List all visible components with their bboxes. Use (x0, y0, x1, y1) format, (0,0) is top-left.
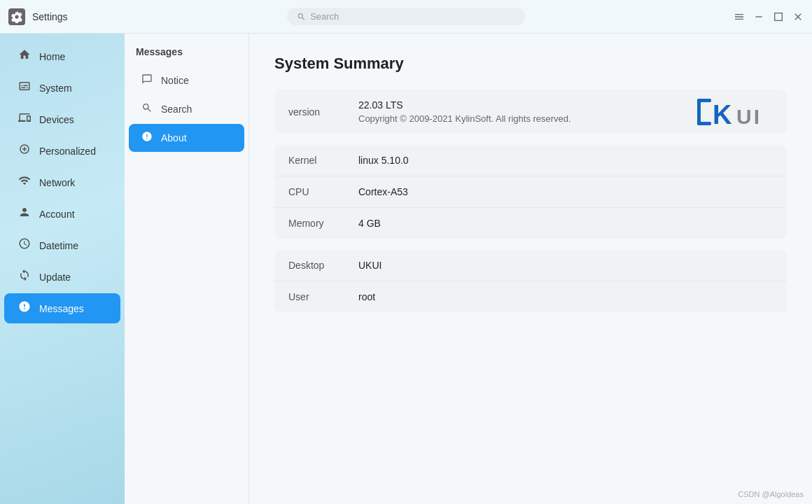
search-icon (297, 12, 306, 22)
user-row: User root (274, 281, 787, 312)
sidebar-item-system[interactable]: System (4, 73, 120, 103)
sidebar-label-personalized: Personalized (39, 146, 96, 157)
titlebar-search (287, 8, 525, 25)
svg-rect-1 (697, 99, 711, 102)
sub-sidebar-header: Messages (125, 41, 248, 66)
sub-sidebar-item-notice[interactable]: Notice (129, 66, 244, 94)
network-icon (17, 174, 32, 190)
menu-button[interactable] (734, 11, 745, 22)
version-row: version 22.03 LTS Copyright © 2009-2021 … (274, 90, 787, 134)
system-info-card: Kernel linux 5.10.0 CPU Cortex-A53 Memor… (274, 145, 787, 239)
sub-sidebar-label-search: Search (161, 104, 192, 115)
page-title: System Summary (274, 55, 787, 73)
sidebar-item-devices[interactable]: Devices (4, 104, 120, 134)
svg-rect-0 (697, 99, 701, 125)
close-button[interactable] (792, 11, 804, 22)
notice-icon (140, 74, 154, 88)
home-icon (17, 48, 32, 64)
messages-icon (17, 300, 32, 316)
settings-app-icon (8, 8, 25, 25)
cpu-row: CPU Cortex-A53 (274, 176, 787, 208)
maximize-button[interactable] (773, 11, 784, 22)
user-value: root (358, 291, 773, 302)
sub-sidebar-item-about[interactable]: About (129, 124, 244, 152)
sidebar: Home System Devices Personalized Network (0, 34, 125, 504)
sidebar-item-datetime[interactable]: Datetime (4, 230, 120, 260)
sidebar-item-network[interactable]: Network (4, 167, 120, 197)
desktop-info-card: Desktop UKUI User root (274, 250, 787, 312)
sidebar-item-update[interactable]: Update (4, 262, 120, 292)
titlebar-title: Settings (32, 11, 68, 22)
svg-text:UI: UI (736, 105, 762, 128)
system-icon (17, 80, 32, 96)
sidebar-label-system: System (39, 83, 72, 94)
cpu-label: CPU (288, 186, 358, 197)
svg-rect-2 (697, 122, 711, 125)
user-label: User (288, 291, 358, 302)
desktop-label: Desktop (288, 260, 358, 271)
sidebar-label-update: Update (39, 272, 71, 283)
datetime-icon (17, 237, 32, 253)
kernel-label: Kernel (288, 155, 358, 166)
titlebar-left: Settings (8, 8, 68, 25)
sub-sidebar-item-search[interactable]: Search (129, 95, 244, 123)
update-icon (17, 269, 32, 285)
sidebar-label-messages: Messages (39, 303, 84, 314)
personalized-icon (17, 143, 32, 159)
main-layout: Home System Devices Personalized Network (0, 34, 812, 504)
version-label: version (288, 106, 358, 118)
search-wrap[interactable] (287, 8, 525, 25)
sidebar-label-network: Network (39, 177, 75, 188)
titlebar: Settings (0, 0, 812, 34)
sidebar-item-account[interactable]: Account (4, 199, 120, 229)
kernel-value: linux 5.10.0 (358, 155, 773, 166)
search-input[interactable] (310, 11, 515, 22)
kernel-row: Kernel linux 5.10.0 (274, 145, 787, 176)
ukui-logo-svg: K UI (696, 94, 773, 130)
content-area: Messages Notice Search About (125, 34, 812, 504)
devices-icon (17, 111, 32, 127)
memory-label: Memory (288, 218, 358, 229)
svg-text:K: K (713, 100, 732, 130)
sub-sidebar: Messages Notice Search About (125, 34, 249, 504)
main-content: System Summary version 22.03 LTS Copyrig… (249, 34, 812, 504)
memory-value: 4 GB (358, 218, 773, 229)
watermark: CSDN @Algoldeas (738, 490, 804, 498)
sidebar-item-home[interactable]: Home (4, 41, 120, 71)
sidebar-label-datetime: Datetime (39, 240, 78, 251)
sub-sidebar-label-notice: Notice (161, 75, 189, 86)
about-icon (140, 131, 154, 145)
titlebar-controls (734, 11, 804, 22)
sub-sidebar-label-about: About (161, 132, 187, 144)
cpu-value: Cortex-A53 (358, 186, 773, 197)
minimize-button[interactable] (753, 11, 764, 22)
desktop-value: UKUI (358, 260, 773, 271)
ukui-logo-area: K UI (696, 94, 773, 130)
account-icon (17, 206, 32, 222)
desktop-row: Desktop UKUI (274, 250, 787, 281)
sidebar-label-account: Account (39, 209, 75, 220)
sidebar-label-devices: Devices (39, 114, 74, 125)
search-sub-icon (140, 102, 154, 116)
sidebar-item-personalized[interactable]: Personalized (4, 136, 120, 166)
sidebar-item-messages[interactable]: Messages (4, 293, 120, 323)
sidebar-label-home: Home (39, 51, 65, 62)
memory-row: Memory 4 GB (274, 208, 787, 239)
version-card: version 22.03 LTS Copyright © 2009-2021 … (274, 90, 787, 134)
